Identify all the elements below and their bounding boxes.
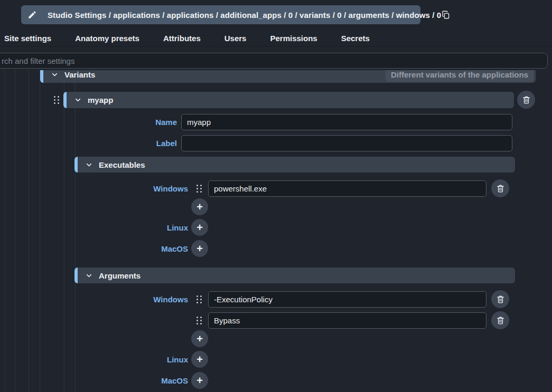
arguments-windows-label: Windows (95, 291, 188, 308)
add-macos-executable-button[interactable]: + (191, 240, 208, 257)
indent-guide (75, 83, 76, 392)
add-linux-argument-button[interactable]: + (191, 351, 208, 368)
studio-settings-screen: Studio Settings / applications / applica… (0, 0, 552, 392)
settings-tab-bar: Site settings Anatomy presets Attributes… (0, 31, 552, 46)
variants-section-title: Variants (64, 70, 95, 79)
settings-content: Variants Different variants of the appli… (0, 70, 552, 392)
arguments-linux-label: Linux (95, 351, 188, 368)
indent-guide (64, 83, 64, 392)
name-field-label: Name (95, 114, 177, 130)
variants-description: Different variants of the applications (386, 70, 534, 82)
chevron-down-icon (85, 161, 93, 169)
name-input[interactable] (181, 114, 512, 130)
chevron-down-icon (51, 71, 59, 79)
arguments-windows-item-input[interactable] (208, 312, 486, 329)
trash-icon (496, 295, 505, 304)
variant-title: myapp (88, 95, 113, 104)
variants-section-header[interactable]: Variants Different variants of the appli… (40, 70, 536, 83)
tab-secrets[interactable]: Secrets (341, 34, 370, 43)
indent-guide (15, 70, 15, 392)
arguments-macos-label: MacOS (95, 372, 188, 389)
tab-attributes[interactable]: Attributes (163, 34, 201, 43)
executables-windows-label: Windows (95, 180, 188, 197)
tab-anatomy-presets[interactable]: Anatomy presets (75, 34, 139, 43)
indent-guide (29, 70, 29, 392)
drag-handle[interactable] (53, 95, 60, 104)
executables-macos-label: MacOS (95, 241, 188, 257)
arguments-section-header[interactable]: Arguments (74, 267, 515, 283)
add-windows-argument-button[interactable]: + (191, 330, 208, 347)
delete-item-button[interactable] (491, 179, 509, 197)
arguments-windows-item-input[interactable] (208, 291, 486, 308)
variant-myapp-header[interactable]: myapp (63, 92, 514, 108)
executables-section-header[interactable]: Executables (74, 157, 515, 173)
tab-permissions[interactable]: Permissions (270, 34, 317, 43)
search-input[interactable] (0, 53, 548, 69)
trash-icon (496, 184, 505, 193)
add-linux-executable-button[interactable]: + (191, 219, 208, 236)
add-windows-executable-button[interactable]: + (191, 198, 208, 215)
pencil-icon[interactable] (27, 10, 37, 20)
add-macos-argument-button[interactable]: + (191, 372, 208, 389)
breadcrumb-bar: Studio Settings / applications / applica… (21, 5, 420, 24)
trash-icon (496, 316, 505, 325)
executables-windows-item-input[interactable] (208, 180, 486, 197)
drag-handle[interactable] (196, 184, 202, 193)
drag-handle[interactable] (196, 315, 202, 325)
trash-icon (522, 95, 531, 104)
arguments-section-title: Arguments (99, 271, 141, 280)
executables-linux-label: Linux (95, 219, 188, 236)
tab-users[interactable]: Users (224, 34, 247, 43)
copy-icon (441, 10, 451, 20)
tab-site-settings[interactable]: Site settings (4, 34, 51, 43)
copy-button[interactable] (441, 9, 451, 21)
chevron-down-icon (74, 96, 82, 104)
delete-item-button[interactable] (491, 311, 509, 329)
chevron-down-icon (85, 272, 93, 280)
drag-handle[interactable] (196, 294, 202, 304)
indent-guide (40, 70, 40, 392)
delete-variant-button[interactable] (517, 91, 535, 109)
executables-section-title: Executables (99, 160, 145, 169)
delete-item-button[interactable] (491, 290, 509, 308)
label-field-label: Label (95, 135, 177, 151)
indent-guide (5, 70, 5, 392)
breadcrumb: Studio Settings / applications / applica… (48, 11, 441, 20)
label-input[interactable] (181, 135, 512, 151)
